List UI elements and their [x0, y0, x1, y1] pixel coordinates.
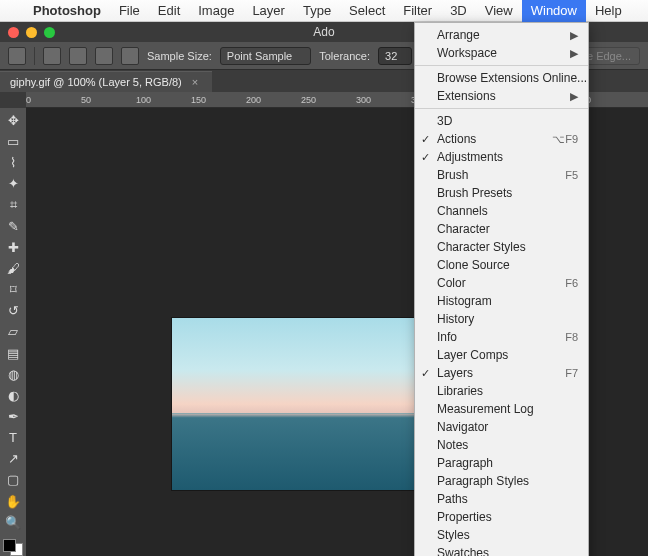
- menu-item-channels[interactable]: Channels: [415, 202, 588, 220]
- menu-item-properties[interactable]: Properties: [415, 508, 588, 526]
- tool-preset-icon[interactable]: [8, 47, 26, 65]
- menu-item-measurement-log[interactable]: Measurement Log: [415, 400, 588, 418]
- check-icon: ✓: [421, 367, 430, 380]
- menu-item-label: Actions: [437, 132, 476, 146]
- tool-brush[interactable]: 🖌: [3, 260, 23, 277]
- document-tab[interactable]: giphy.gif @ 100% (Layer 5, RGB/8) ×: [0, 71, 212, 92]
- ruler-tick: 150: [191, 95, 206, 105]
- tool-eraser[interactable]: ▱: [3, 323, 23, 340]
- tool-crop[interactable]: ⌗: [3, 197, 23, 214]
- close-icon[interactable]: [8, 27, 19, 38]
- menu-item-label: Arrange: [437, 28, 480, 42]
- menu-item-label: Workspace: [437, 46, 497, 60]
- shortcut-label: F6: [565, 277, 578, 289]
- menu-item-swatches[interactable]: Swatches: [415, 544, 588, 556]
- menu-item-histogram[interactable]: Histogram: [415, 292, 588, 310]
- menu-item-label: 3D: [437, 114, 452, 128]
- menu-item-actions[interactable]: ✓Actions⌥F9: [415, 130, 588, 148]
- tool-pen[interactable]: ✒: [3, 408, 23, 425]
- mac-menubar: Photoshop File Edit Image Layer Type Sel…: [0, 0, 648, 22]
- menu-item-workspace[interactable]: Workspace▶: [415, 44, 588, 62]
- tool-type[interactable]: T: [3, 429, 23, 446]
- menu-item-styles[interactable]: Styles: [415, 526, 588, 544]
- tolerance-input[interactable]: 32: [378, 47, 412, 65]
- shortcut-label: ⌥F9: [552, 133, 578, 146]
- menu-layer[interactable]: Layer: [243, 0, 294, 22]
- selection-intersect-icon[interactable]: [121, 47, 139, 65]
- menu-item-layer-comps[interactable]: Layer Comps: [415, 346, 588, 364]
- tool-zoom[interactable]: 🔍: [3, 514, 23, 531]
- menu-item-clone-source[interactable]: Clone Source: [415, 256, 588, 274]
- menu-item-label: Extensions: [437, 89, 496, 103]
- tool-gradient[interactable]: ▤: [3, 345, 23, 362]
- fg-bg-swatch[interactable]: [3, 539, 23, 556]
- check-icon: ✓: [421, 133, 430, 146]
- menu-item-label: Clone Source: [437, 258, 510, 272]
- menu-file[interactable]: File: [110, 0, 149, 22]
- ruler-tick: 250: [301, 95, 316, 105]
- tool-wand[interactable]: ✦: [3, 175, 23, 192]
- menu-item-brush-presets[interactable]: Brush Presets: [415, 184, 588, 202]
- tolerance-label: Tolerance:: [319, 50, 370, 62]
- menu-item-brush[interactable]: BrushF5: [415, 166, 588, 184]
- menu-item-label: Paragraph Styles: [437, 474, 529, 488]
- selection-new-icon[interactable]: [43, 47, 61, 65]
- menu-item-label: Info: [437, 330, 457, 344]
- menu-item-arrange[interactable]: Arrange▶: [415, 26, 588, 44]
- menu-image[interactable]: Image: [189, 0, 243, 22]
- menu-3d[interactable]: 3D: [441, 0, 476, 22]
- document-tab-label: giphy.gif @ 100% (Layer 5, RGB/8): [10, 76, 182, 88]
- menu-item-paragraph[interactable]: Paragraph: [415, 454, 588, 472]
- menu-item-character[interactable]: Character: [415, 220, 588, 238]
- menu-edit[interactable]: Edit: [149, 0, 189, 22]
- ruler-tick: 0: [26, 95, 31, 105]
- menu-item-browse-extensions-online-[interactable]: Browse Extensions Online...: [415, 69, 588, 87]
- tool-heal[interactable]: ✚: [3, 239, 23, 256]
- selection-subtract-icon[interactable]: [95, 47, 113, 65]
- minimize-icon[interactable]: [26, 27, 37, 38]
- shortcut-label: F7: [565, 367, 578, 379]
- menu-item-label: Histogram: [437, 294, 492, 308]
- menu-item-libraries[interactable]: Libraries: [415, 382, 588, 400]
- tool-hand[interactable]: ✋: [3, 493, 23, 510]
- menu-filter[interactable]: Filter: [394, 0, 441, 22]
- tool-lasso[interactable]: ⌇: [3, 154, 23, 171]
- menu-item-notes[interactable]: Notes: [415, 436, 588, 454]
- menu-item-history[interactable]: History: [415, 310, 588, 328]
- tool-history-brush[interactable]: ↺: [3, 302, 23, 319]
- menu-view[interactable]: View: [476, 0, 522, 22]
- selection-add-icon[interactable]: [69, 47, 87, 65]
- menu-help[interactable]: Help: [586, 0, 631, 22]
- zoom-icon[interactable]: [44, 27, 55, 38]
- menu-item-character-styles[interactable]: Character Styles: [415, 238, 588, 256]
- ruler-tick: 50: [81, 95, 91, 105]
- menu-item-label: Measurement Log: [437, 402, 534, 416]
- tool-move[interactable]: ✥: [3, 112, 23, 129]
- canvas-image[interactable]: [172, 318, 430, 490]
- app-name[interactable]: Photoshop: [24, 0, 110, 22]
- menu-item-extensions[interactable]: Extensions▶: [415, 87, 588, 105]
- menu-item-layers[interactable]: ✓LayersF7: [415, 364, 588, 382]
- menu-item-paths[interactable]: Paths: [415, 490, 588, 508]
- menu-item-info[interactable]: InfoF8: [415, 328, 588, 346]
- menu-type[interactable]: Type: [294, 0, 340, 22]
- shortcut-label: F8: [565, 331, 578, 343]
- menu-item-3d[interactable]: 3D: [415, 112, 588, 130]
- menu-item-paragraph-styles[interactable]: Paragraph Styles: [415, 472, 588, 490]
- menu-item-adjustments[interactable]: ✓Adjustments: [415, 148, 588, 166]
- menu-window[interactable]: Window: [522, 0, 586, 22]
- tool-marquee[interactable]: ▭: [3, 133, 23, 150]
- tool-rect[interactable]: ▢: [3, 471, 23, 488]
- menu-item-navigator[interactable]: Navigator: [415, 418, 588, 436]
- menu-select[interactable]: Select: [340, 0, 394, 22]
- close-tab-icon[interactable]: ×: [192, 76, 198, 88]
- shortcut-label: F5: [565, 169, 578, 181]
- tool-blur[interactable]: ◍: [3, 366, 23, 383]
- tool-eyedropper[interactable]: ✎: [3, 218, 23, 235]
- tool-path[interactable]: ↗: [3, 450, 23, 467]
- tool-stamp[interactable]: ⌑: [3, 281, 23, 298]
- sample-size-select[interactable]: Point Sample: [220, 47, 311, 65]
- tool-dodge[interactable]: ◐: [3, 387, 23, 404]
- menu-item-label: Paths: [437, 492, 468, 506]
- menu-item-color[interactable]: ColorF6: [415, 274, 588, 292]
